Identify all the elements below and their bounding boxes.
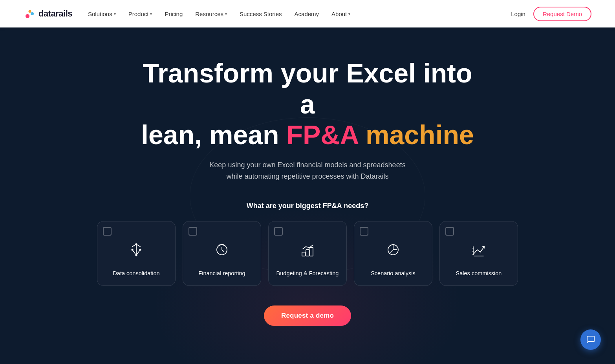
nav-item-solutions[interactable]: Solutions ▾ [88,11,116,17]
logo-icon [24,7,36,20]
card-checkbox-sales[interactable] [445,227,454,236]
scenario-icon [384,241,402,258]
card-checkbox-budgeting[interactable] [274,227,283,236]
nav-item-product[interactable]: Product ▾ [128,11,152,17]
budgeting-icon [299,241,316,258]
chevron-down-icon: ▾ [150,12,152,16]
svg-point-4 [139,249,141,251]
card-financial-reporting[interactable]: Financial reporting [183,221,261,286]
svg-rect-8 [302,252,305,256]
nav-item-about[interactable]: About ▾ [331,11,350,17]
card-icon-area-budgeting [275,228,340,270]
fpa-cards-row: Data consolidation Financial reporting [97,221,518,286]
nav-item-academy[interactable]: Academy [295,11,319,17]
svg-point-5 [135,243,137,245]
card-label-scenario: Scenario analysis [361,269,426,279]
fpa-question: What are your biggest FP&A needs? [247,202,368,210]
svg-point-0 [26,14,29,18]
chevron-down-icon: ▾ [225,12,227,16]
card-label-sales: Sales commission [446,269,511,279]
card-checkbox-consolidation[interactable] [103,227,112,236]
hero-section: Transform your Excel into a lean, mean F… [0,27,615,364]
consolidation-icon [128,241,145,258]
chevron-down-icon: ▾ [114,12,116,16]
request-demo-hero-button[interactable]: Request a demo [264,305,351,326]
svg-point-3 [132,249,134,251]
nav-right: Login Request Demo [511,7,591,21]
card-label-reporting: Financial reporting [189,269,254,279]
card-icon-area-scenario [361,228,426,270]
card-checkbox-reporting[interactable] [189,227,197,236]
svg-point-1 [31,12,34,15]
svg-rect-9 [306,250,309,256]
chevron-down-icon: ▾ [348,12,350,16]
card-scenario-analysis[interactable]: Scenario analysis [354,221,432,286]
nav-item-resources[interactable]: Resources ▾ [195,11,227,17]
logo-text: datarails [38,9,72,19]
svg-rect-10 [310,247,313,256]
card-label-consolidation: Data consolidation [104,269,169,279]
nav-links: Solutions ▾ Product ▾ Pricing Resources … [88,11,511,17]
hero-title: Transform your Excel into a lean, mean F… [141,58,474,150]
svg-line-13 [470,241,473,247]
reporting-icon [213,241,231,258]
svg-point-2 [29,10,31,13]
card-icon-area-reporting [189,228,254,270]
logo[interactable]: datarails [24,7,72,20]
hero-title-machine: machine [366,120,474,150]
card-icon-area-sales [446,228,511,270]
chat-icon [586,335,595,344]
card-budgeting-forecasting[interactable]: Budgeting & Forecasting [268,221,347,286]
nav-item-success-stories[interactable]: Success Stories [240,11,282,17]
card-sales-commission[interactable]: Sales commission [439,221,518,286]
card-data-consolidation[interactable]: Data consolidation [97,221,176,286]
chat-button[interactable] [580,329,601,350]
card-icon-area-consolidation [104,228,169,270]
hero-subtitle: Keep using your own Excel financial mode… [209,159,405,182]
login-button[interactable]: Login [511,11,525,17]
card-checkbox-scenario[interactable] [360,227,368,236]
sales-icon [470,241,487,258]
request-demo-button[interactable]: Request Demo [533,7,591,21]
svg-point-6 [135,254,137,256]
nav-item-pricing[interactable]: Pricing [165,11,183,17]
card-label-budgeting: Budgeting & Forecasting [275,269,340,279]
navbar: datarails Solutions ▾ Product ▾ Pricing … [0,0,615,27]
hero-title-fpa: FP&A [287,120,359,150]
